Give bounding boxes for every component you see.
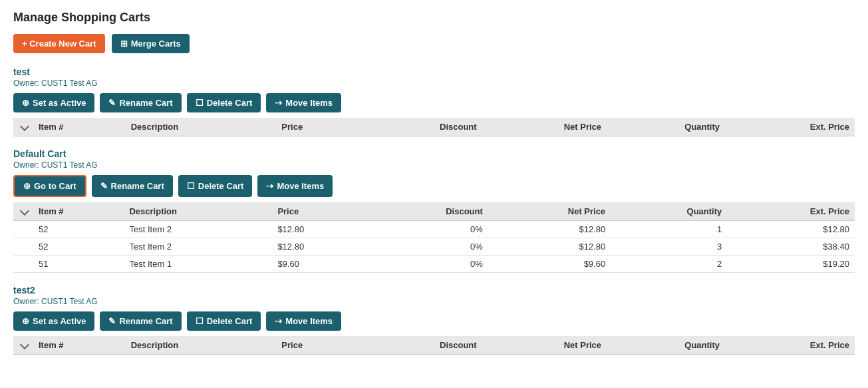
col-header-4: Discount — [359, 118, 482, 136]
rename-cart-button-test2[interactable]: ✎ Rename Cart — [100, 311, 181, 331]
table-row: 52Test Item 2$12.800%$12.803$38.40 — [13, 238, 855, 256]
cart-table-test2: Item #DescriptionPriceDiscountNet PriceQ… — [13, 336, 855, 355]
cart-owner-default: Owner: CUST1 Test AG — [13, 160, 855, 170]
col-header-5: Net Price — [482, 336, 607, 355]
cart-actions-test2: ⊕ Set as Active✎ Rename Cart☐ Delete Car… — [13, 311, 855, 331]
cart-table-test: Item #DescriptionPriceDiscountNet PriceQ… — [13, 118, 855, 136]
cart-section-test: testOwner: CUST1 Test AG⊕ Set as Active✎… — [13, 67, 855, 136]
rename-icon: ✎ — [100, 181, 108, 191]
delete-icon: ☐ — [196, 98, 204, 108]
move-items-button-default[interactable]: ⇢ Move Items — [257, 175, 333, 197]
active-icon: ⊕ — [22, 98, 29, 108]
cart-title-test: test — [13, 67, 855, 77]
col-header-1: Item # — [33, 118, 126, 136]
chevron-icon — [20, 340, 29, 349]
col-header-5: Net Price — [482, 118, 607, 136]
merge-icon: ⊞ — [120, 39, 128, 49]
cart-section-default: Default CartOwner: CUST1 Test AG⊕ Go to … — [13, 148, 855, 273]
col-header-4: Discount — [359, 336, 482, 355]
carts-container: testOwner: CUST1 Test AG⊕ Set as Active✎… — [13, 67, 855, 355]
col-header-0 — [13, 336, 33, 355]
col-header-3: Price — [276, 118, 359, 136]
rename-cart-button-default[interactable]: ✎ Rename Cart — [92, 175, 173, 197]
col-header-2: Description — [126, 118, 277, 136]
rename-icon: ✎ — [108, 98, 116, 108]
move-icon: ⇢ — [275, 316, 282, 326]
cart-title-test2: test2 — [13, 285, 855, 295]
delete-icon: ☐ — [196, 316, 204, 326]
delete-cart-button-default[interactable]: ☐ Delete Cart — [178, 175, 253, 197]
rename-cart-button-test[interactable]: ✎ Rename Cart — [100, 93, 181, 112]
cart-title-default: Default Cart — [13, 148, 855, 159]
page-title: Manage Shopping Carts — [13, 11, 855, 25]
col-header-3: Price — [272, 202, 366, 221]
rename-icon: ✎ — [108, 316, 116, 326]
cart-owner-test2: Owner: CUST1 Test AG — [13, 297, 855, 306]
col-header-2: Description — [124, 202, 272, 221]
cart-section-test2: test2Owner: CUST1 Test AG⊕ Set as Active… — [13, 285, 855, 355]
go-to-cart-button-default[interactable]: ⊕ Go to Cart — [13, 175, 86, 197]
delete-icon: ☐ — [187, 181, 195, 191]
chevron-icon — [20, 206, 29, 216]
cart-table-default: Item #DescriptionPriceDiscountNet PriceQ… — [13, 202, 855, 273]
top-actions: + Create New Cart ⊞ Merge Carts — [13, 34, 855, 53]
table-row: 52Test Item 2$12.800%$12.801$12.80 — [13, 221, 855, 238]
col-header-6: Quantity — [607, 118, 725, 136]
delete-cart-button-test[interactable]: ☐ Delete Cart — [187, 93, 261, 112]
col-header-4: Discount — [366, 202, 488, 221]
move-icon: ⇢ — [266, 181, 273, 191]
cart-actions-default: ⊕ Go to Cart✎ Rename Cart☐ Delete Cart⇢ … — [13, 175, 855, 197]
col-header-1: Item # — [33, 336, 126, 355]
col-header-0 — [13, 202, 33, 221]
move-icon: ⇢ — [275, 98, 282, 108]
col-header-3: Price — [276, 336, 359, 355]
move-items-button-test[interactable]: ⇢ Move Items — [266, 93, 341, 112]
col-header-7: Ext. Price — [727, 202, 855, 221]
move-items-button-test2[interactable]: ⇢ Move Items — [266, 311, 341, 331]
col-header-2: Description — [126, 336, 277, 355]
col-header-0 — [13, 118, 33, 136]
merge-carts-button[interactable]: ⊞ Merge Carts — [112, 34, 190, 53]
set-active-button-test2[interactable]: ⊕ Set as Active — [13, 311, 94, 331]
create-new-cart-button[interactable]: + Create New Cart — [13, 34, 105, 53]
col-header-5: Net Price — [488, 202, 611, 221]
table-row: 51Test Item 1$9.600%$9.602$19.20 — [13, 256, 855, 273]
col-header-7: Ext. Price — [725, 118, 855, 136]
cart-actions-test: ⊕ Set as Active✎ Rename Cart☐ Delete Car… — [13, 93, 855, 112]
col-header-1: Item # — [33, 202, 124, 221]
delete-cart-button-test2[interactable]: ☐ Delete Cart — [187, 311, 261, 331]
cart-owner-test: Owner: CUST1 Test AG — [13, 79, 855, 88]
chevron-icon — [20, 122, 29, 131]
set-active-button-test[interactable]: ⊕ Set as Active — [13, 93, 94, 112]
col-header-6: Quantity — [611, 202, 727, 221]
col-header-6: Quantity — [607, 336, 725, 355]
active-icon: ⊕ — [22, 316, 29, 326]
col-header-7: Ext. Price — [725, 336, 855, 355]
goto-icon: ⊕ — [23, 181, 31, 191]
